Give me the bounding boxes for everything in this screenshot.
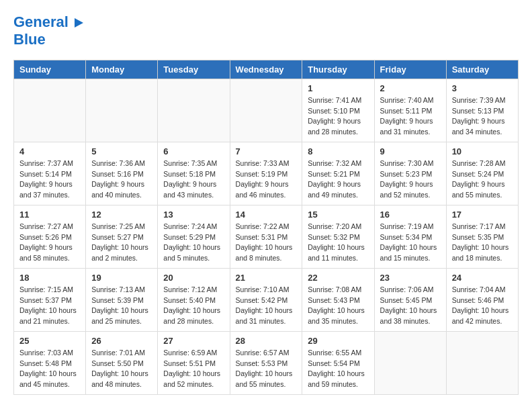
day-number: 4 [19, 146, 80, 156]
calendar-header-row: SundayMondayTuesdayWednesdayThursdayFrid… [14, 60, 519, 79]
logo-general: General [13, 13, 69, 30]
day-cell-29: 29Sunrise: 6:55 AM Sunset: 5:54 PM Dayli… [302, 331, 374, 394]
weekday-header-thursday: Thursday [302, 60, 374, 79]
day-cell-11: 11Sunrise: 7:27 AM Sunset: 5:26 PM Dayli… [14, 205, 86, 268]
day-number: 23 [380, 273, 441, 283]
logo-blue: Blue [13, 31, 83, 48]
day-info: Sunrise: 7:40 AM Sunset: 5:11 PM Dayligh… [380, 95, 441, 138]
day-info: Sunrise: 7:39 AM Sunset: 5:13 PM Dayligh… [452, 95, 513, 138]
day-number: 13 [163, 210, 224, 220]
day-cell-1: 1Sunrise: 7:41 AM Sunset: 5:10 PM Daylig… [302, 79, 374, 142]
day-number: 28 [236, 336, 297, 346]
day-number: 19 [91, 273, 152, 283]
day-cell-8: 8Sunrise: 7:32 AM Sunset: 5:21 PM Daylig… [302, 142, 374, 205]
day-number: 27 [163, 336, 224, 346]
weekday-header-monday: Monday [86, 60, 158, 79]
day-cell-7: 7Sunrise: 7:33 AM Sunset: 5:19 PM Daylig… [230, 142, 302, 205]
day-cell-5: 5Sunrise: 7:36 AM Sunset: 5:16 PM Daylig… [86, 142, 158, 205]
day-number: 9 [380, 146, 441, 156]
day-cell-16: 16Sunrise: 7:19 AM Sunset: 5:34 PM Dayli… [374, 205, 446, 268]
day-info: Sunrise: 7:19 AM Sunset: 5:34 PM Dayligh… [380, 222, 441, 264]
day-info: Sunrise: 7:10 AM Sunset: 5:42 PM Dayligh… [236, 285, 297, 327]
calendar-table: SundayMondayTuesdayWednesdayThursdayFrid… [13, 60, 519, 395]
day-info: Sunrise: 7:32 AM Sunset: 5:21 PM Dayligh… [308, 158, 368, 201]
day-number: 20 [163, 273, 224, 283]
day-info: Sunrise: 7:28 AM Sunset: 5:24 PM Dayligh… [452, 158, 513, 201]
day-info: Sunrise: 7:06 AM Sunset: 5:45 PM Dayligh… [380, 285, 441, 327]
day-info: Sunrise: 7:37 AM Sunset: 5:14 PM Dayligh… [19, 158, 80, 201]
day-info: Sunrise: 7:35 AM Sunset: 5:18 PM Dayligh… [163, 158, 224, 201]
day-info: Sunrise: 6:59 AM Sunset: 5:51 PM Dayligh… [163, 348, 224, 390]
day-info: Sunrise: 7:27 AM Sunset: 5:26 PM Dayligh… [19, 222, 80, 264]
week-row-5: 25Sunrise: 7:03 AM Sunset: 5:48 PM Dayli… [14, 331, 519, 394]
weekday-header-sunday: Sunday [14, 60, 86, 79]
empty-cell [158, 79, 230, 142]
day-cell-14: 14Sunrise: 7:22 AM Sunset: 5:31 PM Dayli… [230, 205, 302, 268]
week-row-4: 18Sunrise: 7:15 AM Sunset: 5:37 PM Dayli… [14, 268, 519, 331]
week-row-1: 1Sunrise: 7:41 AM Sunset: 5:10 PM Daylig… [14, 79, 519, 142]
day-number: 26 [91, 336, 152, 346]
day-cell-19: 19Sunrise: 7:13 AM Sunset: 5:39 PM Dayli… [86, 268, 158, 331]
page-header: General Blue [13, 13, 519, 49]
day-cell-28: 28Sunrise: 6:57 AM Sunset: 5:53 PM Dayli… [230, 331, 302, 394]
day-info: Sunrise: 7:20 AM Sunset: 5:32 PM Dayligh… [308, 222, 368, 264]
empty-cell [446, 331, 518, 394]
day-info: Sunrise: 7:25 AM Sunset: 5:27 PM Dayligh… [91, 222, 152, 264]
day-cell-9: 9Sunrise: 7:30 AM Sunset: 5:23 PM Daylig… [374, 142, 446, 205]
day-cell-13: 13Sunrise: 7:24 AM Sunset: 5:29 PM Dayli… [158, 205, 230, 268]
weekday-header-tuesday: Tuesday [158, 60, 230, 79]
weekday-header-saturday: Saturday [446, 60, 518, 79]
day-number: 8 [308, 146, 368, 156]
day-info: Sunrise: 7:04 AM Sunset: 5:46 PM Dayligh… [452, 285, 513, 327]
day-info: Sunrise: 6:55 AM Sunset: 5:54 PM Dayligh… [308, 348, 368, 390]
empty-cell [230, 79, 302, 142]
day-number: 21 [236, 273, 297, 283]
empty-cell [374, 331, 446, 394]
day-cell-6: 6Sunrise: 7:35 AM Sunset: 5:18 PM Daylig… [158, 142, 230, 205]
day-cell-15: 15Sunrise: 7:20 AM Sunset: 5:32 PM Dayli… [302, 205, 374, 268]
day-info: Sunrise: 7:13 AM Sunset: 5:39 PM Dayligh… [91, 285, 152, 327]
day-info: Sunrise: 7:36 AM Sunset: 5:16 PM Dayligh… [91, 158, 152, 201]
day-cell-21: 21Sunrise: 7:10 AM Sunset: 5:42 PM Dayli… [230, 268, 302, 331]
day-cell-23: 23Sunrise: 7:06 AM Sunset: 5:45 PM Dayli… [374, 268, 446, 331]
day-cell-20: 20Sunrise: 7:12 AM Sunset: 5:40 PM Dayli… [158, 268, 230, 331]
day-cell-12: 12Sunrise: 7:25 AM Sunset: 5:27 PM Dayli… [86, 205, 158, 268]
day-cell-27: 27Sunrise: 6:59 AM Sunset: 5:51 PM Dayli… [158, 331, 230, 394]
day-cell-18: 18Sunrise: 7:15 AM Sunset: 5:37 PM Dayli… [14, 268, 86, 331]
empty-cell [14, 79, 86, 142]
day-info: Sunrise: 7:12 AM Sunset: 5:40 PM Dayligh… [163, 285, 224, 327]
day-number: 5 [91, 146, 152, 156]
day-number: 10 [452, 146, 513, 156]
day-info: Sunrise: 7:30 AM Sunset: 5:23 PM Dayligh… [380, 158, 441, 201]
logo: General Blue [13, 13, 83, 49]
day-info: Sunrise: 7:17 AM Sunset: 5:35 PM Dayligh… [452, 222, 513, 264]
weekday-header-wednesday: Wednesday [230, 60, 302, 79]
day-number: 3 [452, 83, 513, 93]
week-row-2: 4Sunrise: 7:37 AM Sunset: 5:14 PM Daylig… [14, 142, 519, 205]
day-number: 22 [308, 273, 368, 283]
day-info: Sunrise: 7:33 AM Sunset: 5:19 PM Dayligh… [236, 158, 297, 201]
day-number: 29 [308, 336, 368, 346]
day-number: 17 [452, 210, 513, 220]
day-cell-10: 10Sunrise: 7:28 AM Sunset: 5:24 PM Dayli… [446, 142, 518, 205]
day-cell-2: 2Sunrise: 7:40 AM Sunset: 5:11 PM Daylig… [374, 79, 446, 142]
day-number: 18 [19, 273, 80, 283]
day-cell-3: 3Sunrise: 7:39 AM Sunset: 5:13 PM Daylig… [446, 79, 518, 142]
day-number: 25 [19, 336, 80, 346]
day-number: 1 [308, 83, 368, 93]
day-info: Sunrise: 6:57 AM Sunset: 5:53 PM Dayligh… [236, 348, 297, 390]
day-number: 2 [380, 83, 441, 93]
day-info: Sunrise: 7:41 AM Sunset: 5:10 PM Dayligh… [308, 95, 368, 138]
day-info: Sunrise: 7:15 AM Sunset: 5:37 PM Dayligh… [19, 285, 80, 327]
day-number: 15 [308, 210, 368, 220]
day-cell-25: 25Sunrise: 7:03 AM Sunset: 5:48 PM Dayli… [14, 331, 86, 394]
day-number: 11 [19, 210, 80, 220]
day-cell-24: 24Sunrise: 7:04 AM Sunset: 5:46 PM Dayli… [446, 268, 518, 331]
day-info: Sunrise: 7:22 AM Sunset: 5:31 PM Dayligh… [236, 222, 297, 264]
day-number: 7 [236, 146, 297, 156]
day-info: Sunrise: 7:01 AM Sunset: 5:50 PM Dayligh… [91, 348, 152, 390]
day-info: Sunrise: 7:24 AM Sunset: 5:29 PM Dayligh… [163, 222, 224, 264]
weekday-header-friday: Friday [374, 60, 446, 79]
day-cell-22: 22Sunrise: 7:08 AM Sunset: 5:43 PM Dayli… [302, 268, 374, 331]
day-cell-4: 4Sunrise: 7:37 AM Sunset: 5:14 PM Daylig… [14, 142, 86, 205]
